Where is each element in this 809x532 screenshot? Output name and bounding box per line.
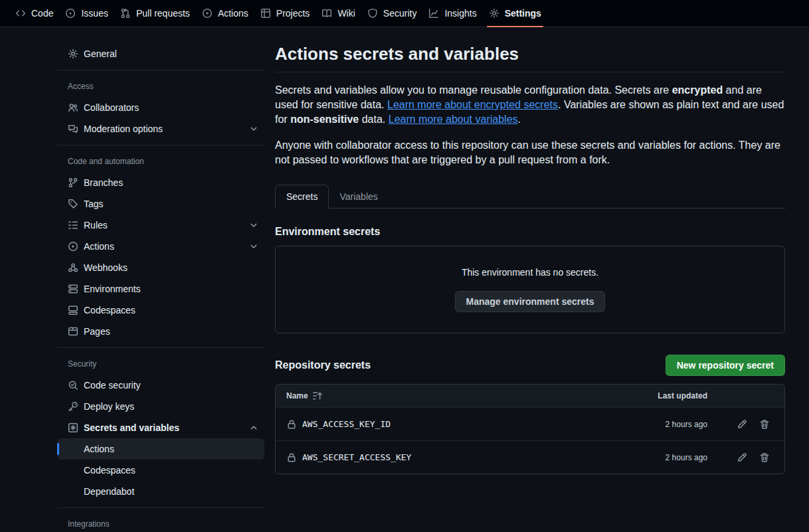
sidebar-item-actions[interactable]: Actions [57, 236, 264, 257]
sidebar-item-label: Rules [84, 220, 108, 230]
delete-secret-button[interactable] [759, 452, 770, 463]
git-pull-request-icon [120, 8, 131, 19]
graph-icon [428, 8, 439, 19]
delete-secret-button[interactable] [759, 419, 770, 430]
nav-item-projects[interactable]: Projects [254, 0, 316, 27]
settings-layout: GeneralAccessCollaboratorsModeration opt… [0, 27, 809, 532]
chevron-down-icon [248, 124, 259, 134]
nav-item-security[interactable]: Security [361, 0, 423, 27]
sidebar-item-code-security[interactable]: Code security [57, 375, 264, 396]
chevron-down-icon [248, 241, 259, 252]
empty-state-text: This environment has no secrets. [462, 267, 598, 278]
lock-icon [286, 452, 297, 463]
sidebar-group-security: SecurityCode securityDeploy keysSecrets … [57, 353, 264, 508]
row-actions [707, 452, 774, 463]
sidebar-item-label: Pages [84, 326, 110, 337]
key-icon [68, 401, 78, 412]
column-header-name-label: Name [286, 391, 308, 400]
sidebar-item-dependabot[interactable]: Dependabot [57, 481, 264, 502]
sidebar-item-label: Webhooks [84, 262, 128, 273]
nav-item-label: Pull requests [136, 8, 190, 19]
nav-item-insights[interactable]: Insights [422, 0, 482, 27]
settings-sidebar: GeneralAccessCollaboratorsModeration opt… [57, 43, 264, 532]
sidebar-item-label: Moderation options [84, 124, 163, 134]
sidebar-group: General [57, 43, 264, 70]
git-branch-icon [68, 177, 78, 188]
sidebar-item-label: Code security [84, 380, 141, 391]
nav-item-label: Code [31, 8, 53, 19]
nav-item-wiki[interactable]: Wiki [315, 0, 361, 27]
tab-variables[interactable]: Variables [329, 185, 388, 208]
secret-row: AWS_ACCESS_KEY_ID2 hours ago [276, 407, 784, 440]
nav-item-pull-requests[interactable]: Pull requests [114, 0, 196, 27]
tab-secrets[interactable]: Secrets [275, 185, 329, 209]
column-header-last-updated: Last updated [628, 391, 707, 400]
sidebar-section-header: Security [57, 353, 264, 375]
sidebar-item-general[interactable]: General [57, 43, 264, 64]
sidebar-item-webhooks[interactable]: Webhooks [57, 257, 264, 278]
nav-item-settings[interactable]: Settings [483, 0, 547, 27]
repository-secrets-header-row: Repository secrets New repository secret [275, 355, 785, 376]
nav-item-label: Issues [81, 8, 108, 19]
tag-icon [68, 199, 78, 209]
sidebar-item-label: Deploy keys [84, 401, 134, 412]
nav-item-code[interactable]: Code [9, 0, 59, 27]
learn-more-variables-link[interactable]: Learn more about variables [389, 114, 518, 125]
gear-icon [489, 8, 499, 19]
sidebar-item-branches[interactable]: Branches [57, 172, 264, 193]
nav-item-label: Wiki [337, 8, 355, 19]
sidebar-section-header: Integrations [57, 513, 264, 532]
sidebar-item-codespaces[interactable]: Codespaces [57, 460, 264, 481]
sidebar-item-collaborators[interactable]: Collaborators [57, 97, 264, 118]
new-repository-secret-button[interactable]: New repository secret [666, 355, 785, 376]
manage-environment-secrets-button[interactable]: Manage environment secrets [455, 291, 606, 312]
sidebar-item-tags[interactable]: Tags [57, 193, 264, 215]
sidebar-item-label: Secrets and variables [84, 422, 179, 433]
intro-text: . [518, 114, 521, 125]
code-icon [15, 8, 26, 19]
browser-icon [68, 326, 78, 337]
codescan-icon [68, 380, 78, 391]
secret-name: AWS_ACCESS_KEY_ID [302, 419, 391, 429]
sidebar-item-secrets-and-variables[interactable]: Secrets and variables [57, 417, 264, 438]
sort-asc-icon [312, 391, 323, 401]
nav-item-label: Projects [276, 8, 310, 19]
environment-secrets-heading: Environment secrets [275, 226, 785, 238]
sidebar-group-access: AccessCollaboratorsModeration options [57, 76, 264, 145]
intro-text: Secrets and variables allow you to manag… [275, 84, 672, 96]
secret-name-cell: AWS_ACCESS_KEY_ID [286, 419, 628, 430]
edit-secret-button[interactable] [737, 452, 747, 463]
environment-secrets-section: Environment secrets This environment has… [275, 226, 785, 333]
edit-secret-button[interactable] [737, 419, 747, 430]
sidebar-item-rules[interactable]: Rules [57, 215, 264, 236]
sidebar-item-moderation-options[interactable]: Moderation options [57, 118, 264, 139]
comment-discussion-icon [68, 124, 78, 134]
emphasis-text: non-sensitive [290, 114, 359, 125]
server-icon [68, 284, 78, 294]
sidebar-item-actions[interactable]: Actions [57, 438, 264, 460]
sidebar-item-pages[interactable]: Pages [57, 321, 264, 342]
sidebar-item-codespaces[interactable]: Codespaces [57, 300, 264, 321]
sidebar-item-environments[interactable]: Environments [57, 278, 264, 300]
table-header-row: Name Last updated [276, 385, 784, 407]
sidebar-item-label: Codespaces [84, 465, 135, 476]
codespaces-icon [68, 305, 78, 315]
secret-name-cell: AWS_SECRET_ACCESS_KEY [286, 452, 628, 463]
projects-icon [260, 8, 271, 19]
webhook-icon [68, 262, 78, 273]
nav-item-label: Settings [505, 8, 541, 19]
secrets-variables-tabs: SecretsVariables [275, 185, 785, 209]
nav-item-label: Actions [218, 8, 248, 19]
nav-item-actions[interactable]: Actions [196, 0, 254, 27]
sidebar-item-label: Tags [84, 199, 104, 209]
sidebar-item-label: Environments [84, 284, 141, 294]
learn-more-encrypted-secrets-link[interactable]: Learn more about encrypted secrets [387, 99, 558, 110]
repository-secrets-section: Repository secrets New repository secret… [275, 355, 785, 474]
page-title: Actions secrets and variables [275, 43, 785, 72]
sidebar-group-code-and-automation: Code and automationBranchesTagsRulesActi… [57, 151, 264, 348]
column-header-name[interactable]: Name [286, 391, 628, 401]
issue-opened-icon [65, 8, 76, 19]
last-updated-cell: 2 hours ago [628, 420, 707, 429]
sidebar-item-deploy-keys[interactable]: Deploy keys [57, 396, 264, 417]
nav-item-issues[interactable]: Issues [59, 0, 114, 27]
